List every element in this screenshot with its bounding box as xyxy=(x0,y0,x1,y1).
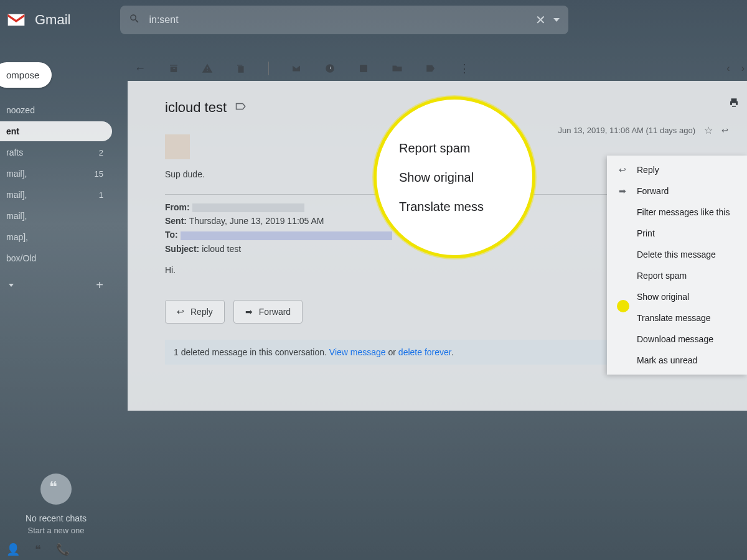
nav-label: mail], xyxy=(6,211,27,221)
callout-item: Show original xyxy=(399,170,532,185)
reply-icon[interactable]: ↩ xyxy=(721,126,728,135)
move-to-icon[interactable] xyxy=(391,62,403,75)
report-spam-icon[interactable] xyxy=(201,62,214,75)
menu-mark-unread[interactable]: Mark as unread xyxy=(607,350,747,371)
add-to-tasks-icon[interactable] xyxy=(357,62,370,75)
forward-button[interactable]: ➡Forward xyxy=(233,300,303,324)
sender-avatar xyxy=(165,134,190,159)
search-bar[interactable]: in:sent ✕ xyxy=(120,6,568,34)
forward-icon: ➡ xyxy=(617,186,628,196)
message-subject: icloud test xyxy=(165,100,227,116)
redacted-to xyxy=(181,231,392,240)
search-icon xyxy=(129,13,140,27)
menu-print[interactable]: Print xyxy=(607,223,747,244)
message-toolbar: ← ⋮ ‹ › xyxy=(128,56,747,81)
hangouts-panel: No recent chats Start a new one xyxy=(0,474,112,535)
menu-label: Reply xyxy=(637,165,659,175)
sidebar-item-drafts[interactable]: rafts2 xyxy=(0,142,112,162)
label-tag-icon[interactable] xyxy=(235,102,247,113)
phone-tab-icon[interactable]: 📞 xyxy=(56,543,70,556)
sidebar: ompose noozed ent rafts2 mail],15 mail],… xyxy=(0,62,112,299)
menu-translate[interactable]: Translate message xyxy=(607,307,747,329)
hangouts-icon[interactable] xyxy=(40,474,72,505)
print-icon[interactable] xyxy=(728,97,740,111)
sidebar-item-sent[interactable]: ent xyxy=(0,121,112,141)
nav-label: mail], xyxy=(6,190,27,200)
nav-label: box/Old xyxy=(6,253,36,263)
reply-icon: ↩ xyxy=(617,165,628,175)
compose-button[interactable]: ompose xyxy=(0,62,52,88)
nav-count: 15 xyxy=(95,169,103,179)
nav-label: ent xyxy=(6,126,19,136)
sidebar-item-label-3[interactable]: mail], xyxy=(0,206,112,226)
menu-forward[interactable]: ➡Forward xyxy=(607,180,747,202)
hangouts-line1: No recent chats xyxy=(0,513,112,523)
menu-reply[interactable]: ↩Reply xyxy=(607,159,747,180)
sidebar-item-label-4[interactable]: map], xyxy=(0,227,112,247)
menu-label: Mark as unread xyxy=(637,355,697,365)
reply-label: Reply xyxy=(190,307,213,317)
hangouts-line2: Start a new one xyxy=(0,526,112,535)
deleted-prefix: 1 deleted message in this conversation. xyxy=(174,347,329,357)
more-icon[interactable]: ⋮ xyxy=(458,62,471,75)
nav-label: mail], xyxy=(6,169,27,179)
annotation-callout: Report spam Show original Translate mess xyxy=(374,96,535,258)
next-message-icon[interactable]: › xyxy=(741,63,745,74)
brand-label: Gmail xyxy=(35,12,70,28)
to-label: To: xyxy=(165,230,178,240)
subject-label: Subject: xyxy=(165,244,199,254)
clear-search-icon[interactable]: ✕ xyxy=(535,12,546,27)
menu-label: Filter messages like this xyxy=(637,207,730,217)
nav-label: noozed xyxy=(6,105,35,115)
add-label-icon[interactable]: + xyxy=(96,278,103,292)
gmail-logo-icon xyxy=(6,12,26,27)
subject-value: icloud test xyxy=(202,244,241,254)
menu-label: Download message xyxy=(637,334,713,344)
menu-label: Translate message xyxy=(637,313,711,323)
label-controls: + xyxy=(0,272,112,299)
back-icon[interactable]: ← xyxy=(134,62,146,75)
snooze-icon[interactable] xyxy=(324,62,336,75)
sidebar-item-snoozed[interactable]: noozed xyxy=(0,100,112,120)
menu-filter[interactable]: Filter messages like this xyxy=(607,202,747,223)
reply-arrow-icon: ↩ xyxy=(177,307,184,317)
nav-label: rafts xyxy=(6,147,23,157)
menu-report-spam[interactable]: Report spam xyxy=(607,265,747,286)
hangouts-tab-icon[interactable]: ❝ xyxy=(35,543,41,556)
forward-label: Forward xyxy=(259,307,291,317)
forward-arrow-icon: ➡ xyxy=(245,307,253,317)
archive-icon[interactable] xyxy=(167,62,180,75)
sent-label: Sent: xyxy=(165,216,187,226)
view-message-link[interactable]: View message xyxy=(329,347,386,357)
sidebar-item-label-2[interactable]: mail],1 xyxy=(0,185,112,205)
sidebar-item-label-5[interactable]: box/Old xyxy=(0,248,112,268)
delete-forever-link[interactable]: delete forever xyxy=(398,347,451,357)
sidebar-item-label-1[interactable]: mail],15 xyxy=(0,164,112,184)
menu-label: Delete this message xyxy=(637,250,716,259)
menu-label: Forward xyxy=(637,186,669,196)
redacted-from xyxy=(192,203,304,212)
reply-button[interactable]: ↩Reply xyxy=(165,300,225,324)
contacts-tab-icon[interactable]: 👤 xyxy=(6,543,20,556)
app-header: Gmail in:sent ✕ xyxy=(0,0,747,40)
labels-icon[interactable] xyxy=(425,62,437,75)
sent-value: Thursday, June 13, 2019 11:05 AM xyxy=(189,216,324,226)
search-options-dropdown-icon[interactable] xyxy=(553,18,560,22)
menu-download[interactable]: Download message xyxy=(607,329,747,350)
from-label: From: xyxy=(165,202,190,212)
footer-tabs: 👤 ❝ 📞 xyxy=(6,543,70,556)
callout-item: Report spam xyxy=(399,141,532,156)
expand-labels-icon[interactable] xyxy=(9,284,14,287)
message-timestamp: Jun 13, 2019, 11:06 AM (11 days ago) xyxy=(558,126,695,135)
nav-count: 2 xyxy=(99,148,103,157)
search-input[interactable]: in:sent xyxy=(149,14,535,26)
mark-unread-icon[interactable] xyxy=(290,62,303,75)
nav-label: map], xyxy=(6,232,28,242)
svg-rect-1 xyxy=(360,65,367,72)
divider xyxy=(268,62,269,75)
menu-delete[interactable]: Delete this message xyxy=(607,244,747,265)
nav-count: 1 xyxy=(99,190,103,200)
delete-icon[interactable] xyxy=(235,62,247,75)
star-icon[interactable]: ☆ xyxy=(704,124,713,136)
prev-message-icon[interactable]: ‹ xyxy=(726,63,730,74)
